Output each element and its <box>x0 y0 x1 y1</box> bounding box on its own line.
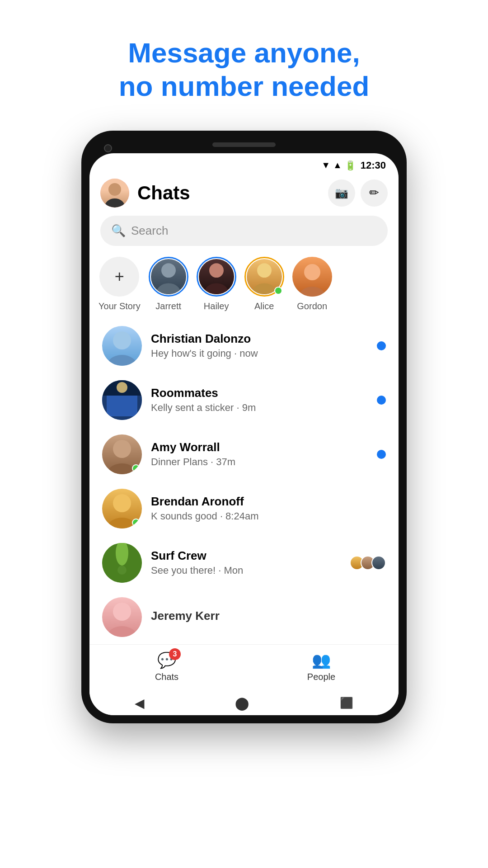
search-placeholder-text: Search <box>131 224 168 238</box>
nav-item-people[interactable]: 👥 People <box>244 651 399 682</box>
headline-line1: Message anyone, <box>128 37 360 68</box>
add-icon: + <box>115 267 124 286</box>
bottom-nav: 💬 3 Chats 👥 People <box>89 644 399 689</box>
chat-meta-roommates <box>377 396 386 405</box>
chat-item-christian[interactable]: Christian Dalonzo Hey how's it going · n… <box>99 319 389 373</box>
chat-info-brendan: Brendan Aronoff K sounds good · 8:24am <box>151 495 386 522</box>
phone-screen: ▼ ▲ 🔋 12:30 Chats 📷 <box>89 153 399 715</box>
chat-name-surf: Surf Crew <box>151 549 350 563</box>
compose-button[interactable]: ✏ <box>361 179 388 207</box>
chat-avatar-jeremy <box>102 597 142 637</box>
recents-button[interactable]: ⬛ <box>340 697 353 709</box>
people-icon: 👥 <box>312 651 331 669</box>
svg-point-16 <box>113 440 131 458</box>
chat-avatar-surf <box>102 543 142 583</box>
svg-point-0 <box>108 183 121 196</box>
svg-point-10 <box>113 331 131 349</box>
story-item-gordon[interactable]: Gordon <box>292 257 332 311</box>
search-bar[interactable]: 🔍 Search <box>100 216 388 246</box>
camera-icon: 📷 <box>335 187 348 199</box>
chat-preview-amy: Dinner Plans · 37m <box>151 456 377 468</box>
page-title: Chats <box>137 182 323 204</box>
chat-name-roommates: Roommates <box>151 386 377 400</box>
phone-notch <box>89 139 399 153</box>
nav-people-label: People <box>307 672 335 682</box>
svg-point-5 <box>204 283 228 294</box>
nav-people-icon-wrap: 👥 <box>312 651 331 669</box>
svg-point-2 <box>161 263 176 278</box>
svg-point-23 <box>113 603 131 621</box>
unread-indicator-amy <box>377 450 386 459</box>
nav-chats-icon-wrap: 💬 3 <box>157 651 176 669</box>
chat-avatar-roommates <box>102 380 142 420</box>
online-indicator-alice <box>274 287 282 295</box>
chat-info-amy: Amy Worrall Dinner Plans · 37m <box>151 440 377 468</box>
svg-point-3 <box>156 283 180 294</box>
story-label-alice: Alice <box>254 301 274 311</box>
chat-info-surf: Surf Crew See you there! · Mon <box>151 549 350 576</box>
add-story-avatar: + <box>99 257 139 297</box>
home-button[interactable]: ⬤ <box>235 696 249 711</box>
svg-point-6 <box>257 263 272 278</box>
svg-point-11 <box>107 355 137 366</box>
story-item-alice[interactable]: Alice <box>244 257 284 311</box>
chat-preview-roommates: Kelly sent a sticker · 9m <box>151 402 377 414</box>
online-indicator-amy <box>132 464 140 472</box>
svg-point-24 <box>107 626 137 637</box>
story-label-gordon: Gordon <box>297 301 327 311</box>
chat-name-amy: Amy Worrall <box>151 440 377 454</box>
stories-row: + Your Story <box>89 253 399 319</box>
chat-name-brendan: Brendan Aronoff <box>151 495 386 509</box>
signal-icon: ▲ <box>333 160 342 170</box>
chat-meta-surf <box>350 556 386 570</box>
chat-info-jeremy: Jeremy Kerr <box>151 609 386 625</box>
chat-item-brendan[interactable]: Brendan Aronoff K sounds good · 8:24am <box>99 481 389 536</box>
chat-avatar-brendan <box>102 489 142 528</box>
user-profile-avatar[interactable] <box>100 179 129 208</box>
story-item-hailey[interactable]: Hailey <box>197 257 236 311</box>
chat-name-jeremy: Jeremy Kerr <box>151 609 386 623</box>
app-headline: Message anyone, no number needed <box>92 36 397 104</box>
phone-camera <box>104 144 112 152</box>
chat-item-surf[interactable]: Surf Crew See you there! · Mon <box>99 536 389 590</box>
story-label-hailey: Hailey <box>204 301 229 311</box>
chat-meta-amy <box>377 450 386 459</box>
chat-name-christian: Christian Dalonzo <box>151 332 377 346</box>
back-button[interactable]: ◀ <box>135 696 145 711</box>
chat-item-roommates[interactable]: Roommates Kelly sent a sticker · 9m <box>99 373 389 427</box>
chat-info-roommates: Roommates Kelly sent a sticker · 9m <box>151 386 377 414</box>
app-header: Chats 📷 ✏ <box>89 174 399 214</box>
headline-line2: no number needed <box>119 71 370 102</box>
battery-icon: 🔋 <box>345 160 356 171</box>
chat-preview-surf: See you there! · Mon <box>151 565 350 576</box>
phone-bottom-bar: ◀ ⬤ ⬛ <box>89 689 399 715</box>
chat-item-amy[interactable]: Amy Worrall Dinner Plans · 37m <box>99 427 389 481</box>
story-label-jarrett: Jarrett <box>155 301 181 311</box>
compose-icon: ✏ <box>369 186 379 200</box>
nav-chats-label: Chats <box>155 672 178 682</box>
svg-point-15 <box>117 382 127 393</box>
chat-info-christian: Christian Dalonzo Hey how's it going · n… <box>151 332 377 359</box>
chat-item-jeremy[interactable]: Jeremy Kerr <box>99 590 389 644</box>
status-icons: ▼ ▲ 🔋 <box>321 160 356 171</box>
group-avatars-surf <box>350 556 386 570</box>
chat-meta-christian <box>377 341 386 350</box>
status-time: 12:30 <box>361 160 386 171</box>
svg-point-9 <box>299 287 326 297</box>
chat-avatar-christian <box>102 326 142 366</box>
svg-point-18 <box>113 494 131 512</box>
story-item-jarrett[interactable]: Jarrett <box>149 257 188 311</box>
camera-button[interactable]: 📷 <box>328 179 355 207</box>
svg-point-7 <box>252 283 276 294</box>
wifi-icon: ▼ <box>321 160 330 170</box>
svg-rect-13 <box>107 394 137 416</box>
chat-avatar-amy <box>102 434 142 474</box>
search-icon: 🔍 <box>111 224 126 238</box>
svg-point-22 <box>117 566 127 575</box>
story-label-your-story: Your Story <box>99 301 141 311</box>
svg-point-1 <box>105 198 125 208</box>
chat-list: Christian Dalonzo Hey how's it going · n… <box>89 319 399 644</box>
phone-device: ▼ ▲ 🔋 12:30 Chats 📷 <box>81 131 407 723</box>
story-item-your-story[interactable]: + Your Story <box>99 257 141 311</box>
nav-item-chats[interactable]: 💬 3 Chats <box>89 651 244 682</box>
